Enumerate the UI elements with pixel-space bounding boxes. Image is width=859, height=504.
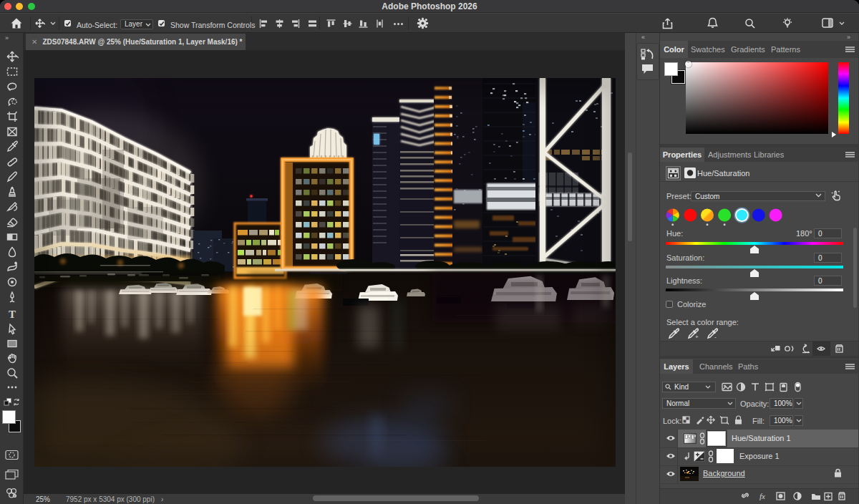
svg-text:-: - [714, 334, 717, 339]
svg-text:+: + [695, 334, 699, 339]
svg-text:fx: fx [759, 492, 765, 500]
svg-text:T: T [9, 309, 16, 320]
